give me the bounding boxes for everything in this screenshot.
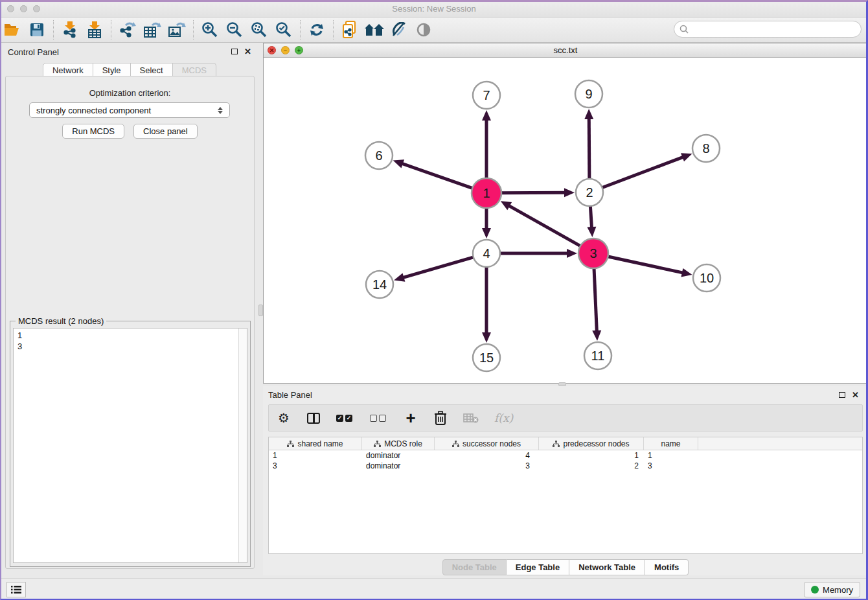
graph-node-4[interactable]: 4 [473,240,500,267]
table-panel-tabs: Node Table Edge Table Network Table Moti… [263,559,868,575]
open-session-icon[interactable] [1,19,23,40]
search-input[interactable] [692,25,861,34]
network-column-icon [553,441,560,447]
graph-node-7[interactable]: 7 [473,82,500,109]
graph-edge-3-1[interactable] [501,201,582,246]
graph-node-15[interactable]: 15 [473,344,500,371]
vertical-splitter-handle[interactable] [258,305,263,316]
settings-gear-icon[interactable]: ⚙ [277,410,291,426]
save-session-icon[interactable] [26,19,48,40]
duplicate-network-icon[interactable] [339,19,361,40]
svg-text:9: 9 [585,87,592,101]
mcds-result-box[interactable]: 1 3 [13,328,247,563]
column-header-successor-nodes[interactable]: successor nodes [435,437,539,450]
table-row[interactable]: 3 dominator 3 2 3 [269,461,862,471]
show-graphics-eye-icon[interactable] [413,19,435,40]
home-icon[interactable] [363,19,385,40]
tab-mcds[interactable]: MCDS [173,63,216,76]
dropdown-chevron-icon [218,107,223,114]
graph-edge-3-10[interactable] [607,256,692,277]
optimization-criterion-select[interactable]: strongly connected component [29,102,230,118]
tab-select[interactable]: Select [131,63,173,76]
run-mcds-button[interactable]: Run MCDS [62,124,124,139]
close-table-panel-icon[interactable]: ✕ [852,390,859,400]
table-panel: Table Panel ✕ ⚙ ✓✓ + f(x) shared name [263,386,868,575]
search-box[interactable] [674,21,862,38]
refresh-icon[interactable] [306,19,328,40]
zoom-out-icon[interactable] [223,19,246,40]
graph-node-6[interactable]: 6 [365,142,393,169]
toolbar-separator [333,20,334,40]
graph-node-3[interactable]: 3 [578,238,608,268]
graph-edge-1-6[interactable] [393,159,474,189]
graph-node-2[interactable]: 2 [576,179,603,206]
close-panel-button[interactable]: Close panel [133,124,198,139]
graph-edge-4-15[interactable] [482,266,491,343]
close-panel-icon[interactable]: ✕ [244,47,251,56]
tab-motifs[interactable]: Motifs [645,559,689,575]
table-toolbar: ⚙ ✓✓ + f(x) [268,404,863,432]
graph-edge-2-3[interactable] [587,205,596,237]
memory-button[interactable]: Memory [804,582,860,597]
status-bar: Memory [0,578,868,600]
zoom-selected-icon[interactable] [273,19,295,40]
graph-node-10[interactable]: 10 [693,264,720,292]
application-window: Session: New Session [0,0,868,600]
column-header-name[interactable]: name [644,437,698,450]
tab-node-table[interactable]: Node Table [442,559,507,575]
graph-node-11[interactable]: 11 [584,342,611,369]
network-canvas[interactable]: 7968124310141511 [264,58,867,383]
column-header-mcds-role[interactable]: MCDS role [362,437,435,450]
main-toolbar [0,17,868,43]
visual-style-icon[interactable] [388,19,410,40]
control-panel-header: Control Panel ✕ [0,43,259,61]
graph-node-1[interactable]: 1 [472,178,501,208]
split-columns-icon[interactable] [306,410,321,426]
dropdown-selected-value: strongly connected component [36,106,151,115]
import-table-icon[interactable] [84,19,106,40]
toolbar-separator [300,20,301,40]
graph-node-9[interactable]: 9 [575,80,602,108]
graph-edge-1-7[interactable] [482,110,491,179]
delete-column-icon[interactable] [433,410,448,426]
tab-network-table[interactable]: Network Table [569,559,645,575]
graph-edge-2-9[interactable] [584,109,593,180]
graph-edge-1-2[interactable] [500,188,575,197]
graph-node-14[interactable]: 14 [366,271,393,298]
graph-edge-4-3[interactable] [499,249,577,258]
tab-edge-table[interactable]: Edge Table [507,559,569,575]
network-window-titlebar[interactable]: ✕ − + scc.txt [264,43,867,58]
svg-text:7: 7 [483,88,490,102]
network-column-icon [452,441,459,447]
deselect-checkboxes-icon[interactable] [370,410,388,426]
graph-edge-3-11[interactable] [592,267,601,341]
zoom-fit-icon[interactable] [248,19,270,40]
table-row[interactable]: 1 dominator 4 1 1 [269,450,862,461]
column-header-shared-name[interactable]: shared name [269,437,362,450]
svg-text:14: 14 [372,277,387,292]
select-all-checkboxes-icon[interactable]: ✓✓ [336,410,354,426]
column-header-predecessor-nodes[interactable]: predecessor nodes [539,437,644,450]
tab-style[interactable]: Style [93,63,131,76]
graph-node-8[interactable]: 8 [692,135,720,162]
float-panel-icon[interactable] [231,49,238,54]
result-scrollbar[interactable] [238,329,247,562]
mcds-result-title: MCDS result (2 nodes) [16,316,106,326]
export-image-icon[interactable] [166,19,188,40]
export-network-icon[interactable] [117,19,139,40]
graph-edge-4-14[interactable] [394,257,475,282]
graph-edge-1-4[interactable] [482,207,491,238]
function-builder-icon: f(x) [494,410,513,426]
task-history-button[interactable] [6,582,26,597]
import-network-icon[interactable] [59,19,81,40]
export-table-icon[interactable] [141,19,163,40]
float-table-panel-icon[interactable] [839,392,845,398]
zoom-in-icon[interactable] [199,19,221,40]
svg-text:11: 11 [591,349,605,363]
svg-text:3: 3 [589,246,597,260]
tab-network[interactable]: Network [43,63,93,76]
add-column-icon[interactable]: + [404,410,418,426]
toolbar-separator [193,20,194,40]
graph-edge-2-8[interactable] [601,153,692,188]
optimization-criterion-label: Optimization criterion: [6,88,254,98]
